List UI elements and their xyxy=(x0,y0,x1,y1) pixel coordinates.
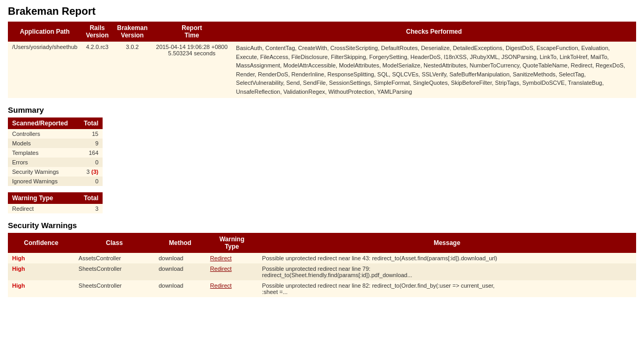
list-item: Ignored Warnings 0 xyxy=(8,177,103,186)
col-app-path: Application Path xyxy=(8,22,82,42)
report-table: Application Path RailsVersion BrakemanVe… xyxy=(8,22,636,98)
warning-type-cell: Redirect xyxy=(206,253,258,263)
col-rails-version: RailsVersion xyxy=(82,22,113,42)
models-label: Models xyxy=(8,139,77,148)
confidence-header: Confidence xyxy=(8,233,74,253)
errors-label: Errors xyxy=(8,158,77,167)
templates-value: 164 xyxy=(77,148,103,158)
templates-label: Templates xyxy=(8,148,77,158)
models-value: 9 xyxy=(77,139,103,148)
report-time-cell: 2015-04-14 19:06:28 +08005.503234 second… xyxy=(152,42,232,98)
table-row: High SheetsController download Redirect … xyxy=(8,280,636,297)
redirect-link-3[interactable]: Redirect xyxy=(210,282,232,289)
method-cell: download xyxy=(154,280,206,297)
method-cell: download xyxy=(154,253,206,263)
redirect-link-1[interactable]: Redirect xyxy=(210,255,232,261)
page-title: Brakeman Report xyxy=(8,5,636,17)
warning-type-cell: Redirect xyxy=(206,280,258,297)
ignored-warnings-value: 0 xyxy=(77,177,103,186)
col-report-time: ReportTime xyxy=(152,22,232,42)
app-path-cell: /Users/yosriady/sheethub xyxy=(8,42,82,98)
table-row: High SheetsController download Redirect … xyxy=(8,263,636,280)
table-row: High AssetsController download Redirect … xyxy=(8,253,636,263)
confidence-cell: High xyxy=(8,263,74,280)
confidence-cell: High xyxy=(8,253,74,263)
redirect-label: Redirect xyxy=(8,204,73,213)
security-warnings-table: Confidence Class Method WarningType Mess… xyxy=(8,233,636,297)
class-cell: AssetsController xyxy=(74,253,154,263)
list-item: Controllers 15 xyxy=(8,129,103,139)
ignored-warnings-label: Ignored Warnings xyxy=(8,177,77,186)
security-warnings-value: 3 (3) xyxy=(77,167,103,177)
list-item: Errors 0 xyxy=(8,158,103,167)
total-header: Total xyxy=(77,117,103,129)
col-checks-performed: Checks Performed xyxy=(232,22,636,42)
warning-type-header-sw: WarningType xyxy=(206,233,258,253)
list-item: Security Warnings 3 (3) xyxy=(8,167,103,177)
redirect-value: 3 xyxy=(73,204,103,213)
class-cell: SheetsController xyxy=(74,280,154,297)
controllers-label: Controllers xyxy=(8,129,77,139)
warning-total-header: Total xyxy=(73,192,103,204)
warning-type-table: Warning Type Total Redirect 3 xyxy=(8,192,103,213)
warning-type-cell: Redirect xyxy=(206,263,258,280)
col-brakeman-version: BrakemanVersion xyxy=(113,22,152,42)
errors-value: 0 xyxy=(77,158,103,167)
table-row: /Users/yosriady/sheethub 4.2.0.rc3 3.0.2… xyxy=(8,42,636,98)
security-warnings-title: Security Warnings xyxy=(8,221,636,230)
scanned-reported-table: Scanned/Reported Total Controllers 15 Mo… xyxy=(8,117,103,186)
method-cell: download xyxy=(154,263,206,280)
message-cell: Possible unprotected redirect near line … xyxy=(258,253,636,263)
redirect-link-2[interactable]: Redirect xyxy=(210,266,232,272)
confidence-cell: High xyxy=(8,280,74,297)
method-header: Method xyxy=(154,233,206,253)
list-item: Redirect 3 xyxy=(8,204,103,213)
message-cell: Possible unprotected redirect near line … xyxy=(258,263,636,280)
warning-type-header: Warning Type xyxy=(8,192,73,204)
message-cell: Possible unprotected redirect near line … xyxy=(258,280,636,297)
summary-title: Summary xyxy=(8,105,636,114)
list-item: Templates 164 xyxy=(8,148,103,158)
message-header: Message xyxy=(258,233,636,253)
brakeman-version-cell: 3.0.2 xyxy=(113,42,152,98)
checks-cell: BasicAuth, ContentTag, CreateWith, Cross… xyxy=(232,42,636,98)
controllers-value: 15 xyxy=(77,129,103,139)
security-warnings-label: Security Warnings xyxy=(8,167,77,177)
scanned-reported-header: Scanned/Reported xyxy=(8,117,77,129)
rails-version-cell: 4.2.0.rc3 xyxy=(82,42,113,98)
class-header: Class xyxy=(74,233,154,253)
class-cell: SheetsController xyxy=(74,263,154,280)
list-item: Models 9 xyxy=(8,139,103,148)
